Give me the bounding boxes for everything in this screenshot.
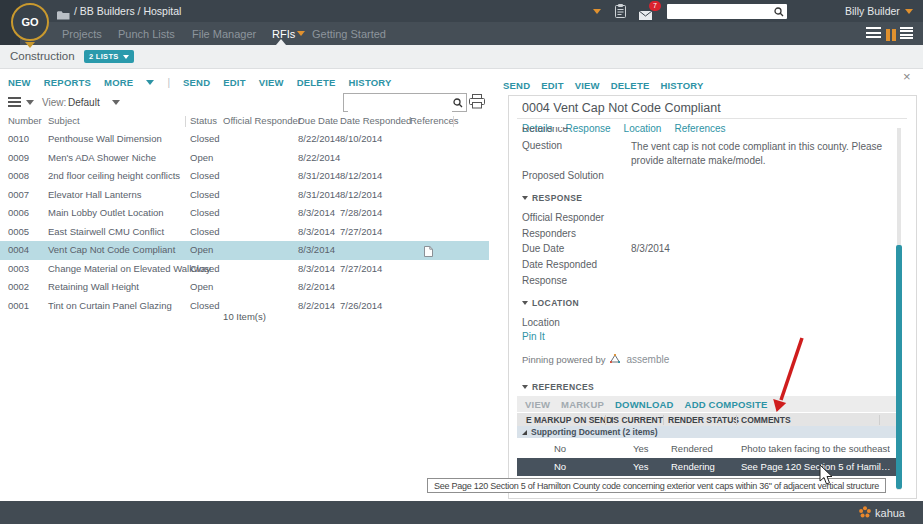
list-search-input[interactable] [348,97,452,112]
ref-add-composite-button[interactable]: ADD COMPOSITE [685,399,768,410]
cell-status: Open [190,241,213,260]
user-menu[interactable]: Billy Builder [845,5,900,17]
close-icon[interactable]: × [903,70,911,83]
col-subject[interactable]: Subject [48,115,80,126]
detail-delete-button[interactable]: DELETE [611,80,650,91]
cell-due: 8/3/2014 [298,223,335,242]
cell-due: 8/31/2014 [298,186,340,205]
table-row[interactable]: 0003Change Material on Elevated WalkwayC… [0,260,489,279]
new-button[interactable]: NEW [8,77,31,88]
cell-subject: Main Lobby Outlet Location [48,204,164,223]
col-due-date[interactable]: Due Date [298,115,338,126]
global-search [667,4,787,19]
detail-send-button[interactable]: SEND [503,80,530,91]
cell-status: Closed [190,186,220,205]
col-number[interactable]: Number [8,115,42,126]
table-row[interactable]: 0002Retaining Wall HeightOpen8/2/2014 [0,278,489,297]
nav-item-punch-lists[interactable]: Punch Lists [118,28,175,40]
reference-row-selected[interactable]: No Yes Rendering See Page 120 Section 5 … [517,458,899,476]
more-button[interactable]: MORE [104,77,133,88]
tab-location[interactable]: Location [624,123,662,134]
scrollbar-thumb[interactable] [896,245,902,489]
nav-item-projects[interactable]: Projects [62,28,102,40]
user-caret-down-icon[interactable] [905,9,913,14]
cell-number: 0003 [8,260,29,279]
col-references[interactable]: References [410,115,459,126]
ref-view-button[interactable]: VIEW [525,399,550,410]
detail-edit-button[interactable]: EDIT [541,80,563,91]
delete-button[interactable]: DELETE [297,77,336,88]
reports-button[interactable]: REPORTS [44,77,91,88]
lists-badge[interactable]: 2 LISTS [84,50,134,63]
nav-item-file-manager[interactable]: File Manager [192,28,256,40]
pin-it-link[interactable]: Pin It [522,331,545,342]
history-button[interactable]: HISTORY [348,77,391,88]
lists-caret-down-icon [123,55,129,59]
print-icon[interactable] [469,94,485,113]
table-row[interactable]: 0009Men's ADA Shower NicheOpen8/22/2014 [0,149,489,168]
col-date-responded[interactable]: Date Responded [340,115,411,126]
cell-status: Closed [190,223,220,242]
table-row[interactable]: 0005East Stairwell CMU ConflictClosed8/3… [0,223,489,242]
cell-subject: Retaining Wall Height [48,278,139,297]
cell-e-markup: No [554,458,566,476]
table-row[interactable]: 0007Elevator Hall LanternsClosed8/31/201… [0,186,489,205]
due-date-value: 8/3/2014 [631,243,670,254]
view-caret-down-icon[interactable] [112,100,120,105]
cell-number: 0002 [8,278,29,297]
nav-item-getting-started[interactable]: Getting Started [312,28,386,40]
table-row-selected[interactable]: 0004Vent Cap Not Code CompliantOpen8/3/2… [0,241,489,260]
table-row[interactable]: 0010Penthouse Wall DimensionClosed8/22/2… [0,130,489,149]
list-view-icon[interactable] [900,27,913,41]
ref-download-button[interactable]: DOWNLOAD [615,399,674,410]
reference-row[interactable]: No Yes Rendered Photo taken facing to th… [517,440,899,459]
ref-col-comments[interactable]: COMMENTS [741,415,791,425]
go-logo[interactable]: GO [11,3,49,41]
table-row[interactable]: 00082nd floor ceiling height conflictsCl… [0,167,489,186]
cell-number: 0007 [8,186,29,205]
table-row[interactable]: 0006Main Lobby Outlet LocationClosed8/3/… [0,204,489,223]
cell-responded: 8/10/2014 [340,130,382,149]
menu-icon[interactable] [866,27,881,41]
ref-markup-button[interactable]: MARKUP [561,399,604,410]
breadcrumb[interactable]: / BB Builders / Hospital [74,5,181,17]
grid-menu-caret-down-icon[interactable] [26,100,34,105]
tab-response[interactable]: Response [566,123,611,134]
cell-status: Open [190,278,213,297]
tab-references[interactable]: References [674,123,725,134]
detail-view-button[interactable]: VIEW [575,80,600,91]
active-tab-pointer [276,39,286,45]
cell-status: Open [190,149,213,168]
collapse-icon [522,385,528,389]
col-official-responder[interactable]: Official Responder [223,115,301,126]
detail-history-button[interactable]: HISTORY [660,80,703,91]
col-status[interactable]: Status [190,115,217,126]
cell-number: 0004 [8,241,29,260]
global-search-input[interactable] [671,7,775,22]
kahua-brand-text: kahua [875,507,905,519]
cell-due: 8/22/2014 [298,130,340,149]
column-divider [663,415,664,425]
edit-button[interactable]: EDIT [223,77,245,88]
caret-down-icon[interactable] [593,9,601,14]
grid-menu-icon[interactable] [8,97,21,109]
references-section-header[interactable]: REFERENCES [522,382,594,392]
ref-col-is-current[interactable]: IS CURRENT [611,415,663,425]
clipboard-icon[interactable] [615,4,626,22]
official-responder-label: Official Responder [522,212,604,223]
cell-subject: Change Material on Elevated Walkway [48,260,211,279]
ref-col-render-status[interactable]: RENDER STATUS [668,415,739,425]
ref-col-e-markup[interactable]: E MARKUP ON SEND [526,415,612,425]
cell-due: 8/22/2014 [298,149,340,168]
view-selector[interactable]: Default [68,97,100,108]
response-section-header[interactable]: RESPONSE [522,193,582,203]
cell-is-current: Yes [633,440,649,458]
send-button[interactable]: SEND [183,77,210,88]
references-header-row: E MARKUP ON SEND IS CURRENT RENDER STATU… [517,413,899,426]
location-section-header[interactable]: LOCATION [522,298,579,308]
reference-group-row[interactable]: Supporting Document (2 items) [517,426,899,438]
split-view-icon[interactable] [886,27,898,45]
view-button[interactable]: VIEW [259,77,284,88]
cell-responded: 8/12/2014 [340,186,382,205]
rfis-caret-down-icon[interactable] [297,31,305,36]
